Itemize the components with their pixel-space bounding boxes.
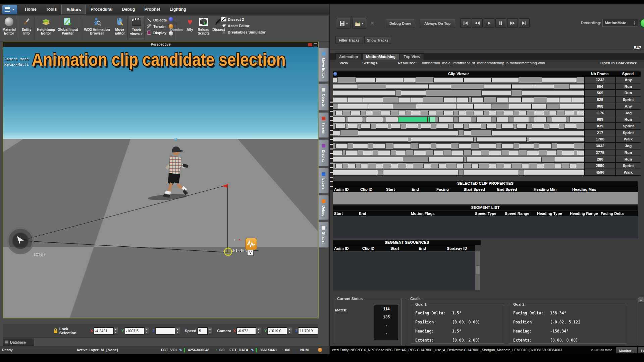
clip-segment[interactable] xyxy=(577,111,585,116)
clip-track[interactable] xyxy=(333,110,584,117)
clip-row[interactable]: 3032Jog xyxy=(333,143,641,149)
clip-segment[interactable] xyxy=(471,150,481,155)
clip-segment[interactable] xyxy=(557,143,575,148)
camera-z-field[interactable]: 11.7019 xyxy=(298,327,318,335)
clip-segment[interactable] xyxy=(366,111,373,116)
clip-row[interactable]: 839Sprint xyxy=(333,123,641,130)
clip-segment[interactable] xyxy=(456,164,464,169)
match-listbox[interactable]: 114135-- xyxy=(374,305,399,340)
clip-track[interactable] xyxy=(333,169,584,176)
clip-segment[interactable] xyxy=(411,97,424,102)
clip-segment[interactable] xyxy=(489,150,501,155)
clip-segment[interactable] xyxy=(348,164,356,169)
clip-segment[interactable] xyxy=(459,117,471,122)
clip-segment[interactable] xyxy=(509,150,519,155)
clip-segment[interactable] xyxy=(484,84,512,89)
asset-editor-button[interactable]: Asset Editor xyxy=(221,23,250,28)
selection-z-field[interactable] xyxy=(155,327,175,335)
waveform-button[interactable] xyxy=(245,238,257,250)
clip-segment[interactable] xyxy=(459,111,466,116)
clip-segment[interactable] xyxy=(564,111,574,116)
app-menu-button[interactable] xyxy=(2,5,17,14)
clip-segment[interactable] xyxy=(504,111,514,116)
clip-segment[interactable] xyxy=(345,150,358,155)
clip-segment[interactable] xyxy=(459,143,471,148)
selected-candidate-segment[interactable] xyxy=(398,117,430,122)
log-button[interactable]: Log xyxy=(638,347,644,353)
clip-segment[interactable] xyxy=(363,150,373,155)
clip-segment[interactable] xyxy=(547,97,559,102)
clip-segment[interactable] xyxy=(453,124,464,129)
clip-row[interactable]: 2775Run xyxy=(333,149,641,156)
clip-row[interactable]: 968Any xyxy=(333,103,641,110)
clip-segment[interactable] xyxy=(335,124,345,129)
clip-segment[interactable] xyxy=(443,97,456,102)
clip-segment[interactable] xyxy=(348,117,363,122)
v-button[interactable]: V xyxy=(247,250,254,256)
clip-segment[interactable] xyxy=(438,164,446,169)
clip-segment[interactable] xyxy=(501,124,514,129)
heightmap-editor-button[interactable]: Heightmap Editor xyxy=(36,16,56,38)
clip-segment[interactable] xyxy=(333,97,348,102)
clip-segment[interactable] xyxy=(376,164,383,169)
goals-scroll-up-arrow[interactable]: ▲ xyxy=(638,297,644,303)
sidebar-tab-display[interactable]: Display xyxy=(319,139,329,166)
clip-row[interactable]: 1788Walk xyxy=(333,136,641,143)
sidebar-tab-debug[interactable]: Debug xyxy=(319,195,329,220)
clip-segment[interactable] xyxy=(406,124,419,129)
menu-item-prophet[interactable]: Prophet xyxy=(140,5,165,14)
selection-x-field[interactable]: -4.2421 xyxy=(94,327,113,335)
open-in-dataviewer-link[interactable]: Open in DataViewer xyxy=(600,61,637,65)
speed-field[interactable]: 5 xyxy=(198,327,207,335)
clip-segment[interactable] xyxy=(489,164,496,169)
selected-clip-body[interactable] xyxy=(333,192,638,204)
clip-segment[interactable] xyxy=(333,90,396,96)
sidebar-tab-move-editor[interactable]: Move Editor xyxy=(319,48,329,82)
clip-segment[interactable] xyxy=(496,117,509,122)
clip-track[interactable] xyxy=(333,97,584,103)
clip-segment[interactable] xyxy=(491,77,519,82)
tab-top-view[interactable]: Top View xyxy=(400,53,424,60)
fast-forward-button[interactable] xyxy=(507,18,518,28)
clip-segment[interactable] xyxy=(471,97,484,102)
clip-track[interactable] xyxy=(333,103,584,110)
playhead-cursor[interactable] xyxy=(427,117,428,122)
clip-segment[interactable] xyxy=(559,97,572,102)
clip-segment[interactable] xyxy=(438,117,453,122)
menu-item-home[interactable]: Home xyxy=(20,5,41,14)
domino-button[interactable]: Domino xyxy=(168,16,186,38)
clip-segment[interactable] xyxy=(333,170,378,175)
clip-segment[interactable] xyxy=(532,104,547,109)
clip-segment[interactable] xyxy=(376,124,388,129)
perspective-viewport[interactable]: Perspective xyxy=(3,42,319,318)
skip-start-button[interactable] xyxy=(460,18,471,28)
clip-segment[interactable] xyxy=(577,150,585,155)
tab-animation[interactable]: Animation xyxy=(335,53,362,60)
clip-segment[interactable] xyxy=(552,117,567,122)
skip-end-button[interactable] xyxy=(519,18,530,28)
clip-segment[interactable] xyxy=(338,104,368,109)
clip-segment[interactable] xyxy=(393,143,411,148)
open-button[interactable]: ▼ xyxy=(352,18,366,29)
navigation-compass[interactable] xyxy=(6,227,35,255)
clip-row[interactable]: 217Sprint xyxy=(333,130,641,136)
clip-segment[interactable] xyxy=(491,130,585,135)
objects-toggle[interactable]: Objects xyxy=(147,17,167,22)
debug-draw-button[interactable]: Debug Draw xyxy=(386,19,414,28)
clip-segment[interactable] xyxy=(398,97,411,102)
clip-segment[interactable] xyxy=(496,97,509,102)
move-editor-button[interactable]: Move Editor xyxy=(113,16,127,38)
clip-segment[interactable] xyxy=(366,117,383,122)
clip-segment[interactable] xyxy=(509,97,522,102)
clip-segment[interactable] xyxy=(474,111,484,116)
sidebar-tab-objects[interactable]: Objects xyxy=(319,83,329,111)
clip-row[interactable]: 1232Any xyxy=(333,77,641,83)
menu-item-debug[interactable]: Debug xyxy=(117,5,140,14)
clip-segment[interactable] xyxy=(428,84,451,89)
dissect-2-button[interactable]: Dissect 2 xyxy=(221,17,244,21)
segment-list-body[interactable] xyxy=(333,216,638,238)
clip-segment[interactable] xyxy=(501,143,514,148)
clip-segment[interactable] xyxy=(361,124,371,129)
clip-segment[interactable] xyxy=(335,143,348,148)
clip-segment[interactable] xyxy=(398,111,406,116)
